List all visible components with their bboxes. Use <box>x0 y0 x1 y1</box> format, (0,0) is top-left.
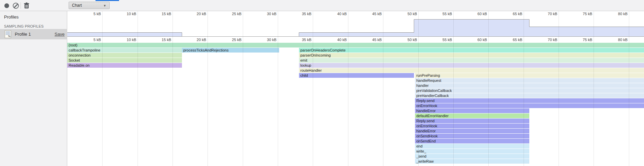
ruler-tick-label: 65 kB <box>499 38 522 42</box>
sampling-profiles-section-header: SAMPLING PROFILES <box>4 24 44 28</box>
toolbar-divider <box>21 2 21 9</box>
flame-bar[interactable]: defaultErrorHandler <box>415 113 529 118</box>
active-tab-indicator <box>96 0 119 1</box>
ruler-tick-label: 80 kB <box>604 12 628 16</box>
ruler-tick-label: 25 kB <box>218 38 241 42</box>
ruler-tick-label: 70 kB <box>534 12 557 16</box>
ruler-tick-label: 50 kB <box>393 12 417 16</box>
ruler-tick-label: 35 kB <box>288 12 311 16</box>
flame-bar[interactable]: _writeRaw <box>415 159 529 164</box>
flame-bar[interactable]: parserOnIncoming <box>299 53 644 58</box>
flame-bar[interactable]: Readable.on <box>67 63 182 68</box>
ruler-tick-label: 30 kB <box>253 38 276 42</box>
ruler-tick-label: 10 kB <box>113 12 136 16</box>
ruler-tick-label: 55 kB <box>428 38 452 42</box>
flame-bar[interactable]: onErrorHook <box>415 124 529 128</box>
ruler-tick-label: 60 kB <box>463 38 487 42</box>
ruler-tick-label: 5 kB <box>77 12 101 16</box>
flame-bar[interactable]: onconnection <box>67 53 182 58</box>
flame-bar[interactable]: parserOnHeadersComplete <box>299 48 644 53</box>
ruler-tick-label: 75 kB <box>569 12 592 16</box>
flame-bar[interactable]: handler <box>415 83 644 88</box>
flame-bar[interactable]: Reply.send <box>415 119 529 123</box>
ruler-tick-label: 45 kB <box>358 38 382 42</box>
clear-profiles-icon[interactable] <box>13 3 19 9</box>
chevron-down-icon: ▼ <box>103 2 106 9</box>
sidebar-item-profile-1[interactable]: % Profile 1 Save <box>0 29 67 39</box>
flame-bar[interactable]: emit <box>299 58 644 63</box>
flame-bar[interactable]: runPreParsing <box>415 73 644 78</box>
ruler-tick-label: 15 kB <box>148 38 171 42</box>
flame-bar[interactable]: write_ <box>415 149 529 154</box>
flame-bar[interactable]: (root) <box>67 43 644 47</box>
flame-bar[interactable]: handleError <box>415 108 529 113</box>
flame-bar[interactable]: onSendHook <box>415 134 529 138</box>
sidebar-title: Profiles <box>4 14 18 20</box>
overview-ruler: 5 kB10 kB15 kB20 kB25 kB30 kB35 kB40 kB4… <box>67 12 644 16</box>
ruler-tick-label: 70 kB <box>534 38 557 42</box>
flame-bar[interactable]: preHandlerCallback <box>415 93 644 98</box>
ruler-tick-label: 35 kB <box>288 38 311 42</box>
memory-profiler-panel: Chart ▼ Profiles SAMPLING PROFILES % Pro… <box>0 0 644 166</box>
flame-bar[interactable]: handleError <box>415 129 529 133</box>
flame-bar[interactable]: preValidationCallback <box>415 88 644 93</box>
ruler-tick-label: 50 kB <box>393 38 417 42</box>
flame-bar[interactable]: processTicksAndRejections <box>182 48 279 53</box>
ruler-tick-label: 60 kB <box>463 12 487 16</box>
ruler-tick-label: 10 kB <box>113 38 136 42</box>
view-mode-selected-value: Chart <box>72 3 82 8</box>
ruler-tick-label: 30 kB <box>253 12 276 16</box>
profile-icon: % <box>5 30 11 38</box>
memory-overview-pane[interactable]: 5 kB10 kB15 kB20 kB25 kB30 kB35 kB40 kB4… <box>67 11 644 37</box>
record-button[interactable] <box>4 3 9 8</box>
flame-bar[interactable]: callbackTrampoline <box>67 48 182 53</box>
flame-bar[interactable]: onErrorHook <box>415 103 644 108</box>
ruler-tick-label: 55 kB <box>428 12 452 16</box>
ruler-tick-label: 80 kB <box>604 38 628 42</box>
flame-bar[interactable]: onSendEnd <box>415 139 529 143</box>
trash-icon[interactable] <box>24 2 30 9</box>
ruler-tick-label: 75 kB <box>569 38 592 42</box>
flamechart-rows: (root)callbackTrampolineprocessTicksAndR… <box>67 43 644 166</box>
flame-bar[interactable]: Socket <box>67 58 182 63</box>
flame-bar[interactable]: lookup <box>299 63 644 68</box>
flame-bar[interactable]: end <box>415 144 529 148</box>
ruler-tick-label: 5 kB <box>77 38 101 42</box>
flame-bar[interactable]: routeHandler <box>299 68 644 73</box>
flame-bar[interactable]: _send <box>415 154 529 159</box>
view-mode-select[interactable]: Chart ▼ <box>69 2 110 9</box>
flame-bar[interactable]: child <box>299 73 414 78</box>
ruler-tick-label: 20 kB <box>183 12 206 16</box>
ruler-tick-label: 20 kB <box>183 38 206 42</box>
profiles-sidebar: Profiles SAMPLING PROFILES % Profile 1 S… <box>0 11 67 166</box>
ruler-tick-label: 40 kB <box>323 38 347 42</box>
ruler-tick-label: 65 kB <box>499 12 522 16</box>
profile-name: Profile 1 <box>15 32 31 37</box>
flame-chart-area: 5 kB10 kB15 kB20 kB25 kB30 kB35 kB40 kB4… <box>67 11 644 166</box>
flame-bar[interactable]: Reply.send <box>415 98 644 103</box>
ruler-tick-label: 45 kB <box>358 12 382 16</box>
ruler-tick-label: 15 kB <box>148 12 171 16</box>
flame-bar[interactable]: handleRequest <box>415 78 644 83</box>
ruler-tick-label: 25 kB <box>218 12 241 16</box>
ruler-tick-label: 40 kB <box>323 12 347 16</box>
profiler-toolbar: Chart ▼ <box>0 0 644 11</box>
flamechart-ruler: 5 kB10 kB15 kB20 kB25 kB30 kB35 kB40 kB4… <box>67 37 644 43</box>
save-profile-link[interactable]: Save <box>54 32 65 37</box>
